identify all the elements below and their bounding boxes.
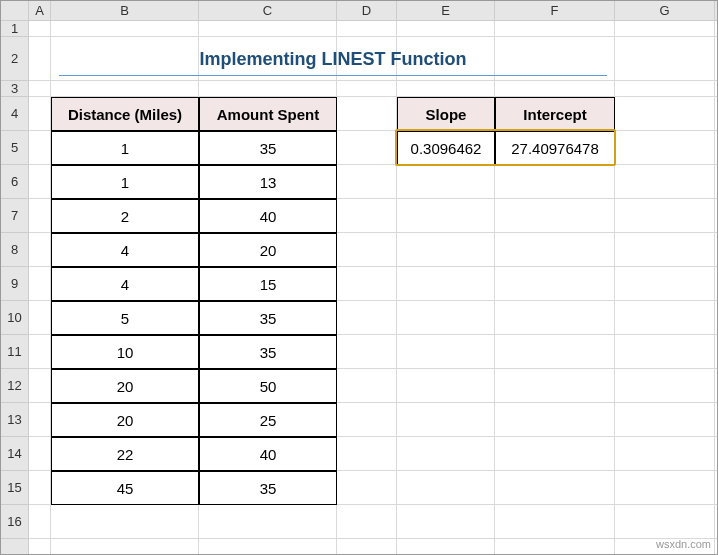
cell-amount-9[interactable]: 15	[199, 267, 337, 301]
row-header-12[interactable]: 12	[1, 369, 28, 403]
row-header-1[interactable]: 1	[1, 21, 28, 37]
header-slope[interactable]: Slope	[397, 97, 495, 131]
column-headers: ABCDEFG	[29, 1, 717, 21]
cell-distance-15[interactable]: 45	[51, 471, 199, 505]
cell-amount-15[interactable]: 35	[199, 471, 337, 505]
col-header-F[interactable]: F	[495, 1, 615, 20]
value-intercept[interactable]: 27.40976478	[495, 131, 615, 165]
row-header-11[interactable]: 11	[1, 335, 28, 369]
col-header-E[interactable]: E	[397, 1, 495, 20]
title-underline	[59, 75, 607, 76]
row-header-8[interactable]: 8	[1, 233, 28, 267]
row-header-10[interactable]: 10	[1, 301, 28, 335]
row-header-2[interactable]: 2	[1, 37, 28, 81]
col-header-C[interactable]: C	[199, 1, 337, 20]
cell-amount-14[interactable]: 40	[199, 437, 337, 471]
col-header-G[interactable]: G	[615, 1, 715, 20]
cell-distance-11[interactable]: 10	[51, 335, 199, 369]
cell-amount-11[interactable]: 35	[199, 335, 337, 369]
row-header-5[interactable]: 5	[1, 131, 28, 165]
cell-distance-6[interactable]: 1	[51, 165, 199, 199]
cell-amount-10[interactable]: 35	[199, 301, 337, 335]
cell-amount-12[interactable]: 50	[199, 369, 337, 403]
row-header-6[interactable]: 6	[1, 165, 28, 199]
cell-amount-7[interactable]: 40	[199, 199, 337, 233]
row-headers: 12345678910111213141516	[1, 21, 29, 554]
grid-area[interactable]: Implementing LINEST Function Distance (M…	[29, 21, 717, 554]
select-all-corner[interactable]	[1, 1, 29, 21]
row-header-4[interactable]: 4	[1, 97, 28, 131]
row-header-7[interactable]: 7	[1, 199, 28, 233]
header-distance[interactable]: Distance (Miles)	[51, 97, 199, 131]
row-header-3[interactable]: 3	[1, 81, 28, 97]
col-header-A[interactable]: A	[29, 1, 51, 20]
cell-distance-12[interactable]: 20	[51, 369, 199, 403]
cell-distance-7[interactable]: 2	[51, 199, 199, 233]
cell-amount-13[interactable]: 25	[199, 403, 337, 437]
cell-amount-6[interactable]: 13	[199, 165, 337, 199]
row-header-16[interactable]: 16	[1, 505, 28, 539]
row-header-13[interactable]: 13	[1, 403, 28, 437]
col-header-D[interactable]: D	[337, 1, 397, 20]
row-header-14[interactable]: 14	[1, 437, 28, 471]
row-header-15[interactable]: 15	[1, 471, 28, 505]
header-intercept[interactable]: Intercept	[495, 97, 615, 131]
cell-distance-14[interactable]: 22	[51, 437, 199, 471]
col-header-B[interactable]: B	[51, 1, 199, 20]
cell-amount-5[interactable]: 35	[199, 131, 337, 165]
watermark: wsxdn.com	[656, 538, 711, 550]
spreadsheet: ABCDEFG 12345678910111213141516 Implemen…	[0, 0, 718, 555]
cell-distance-5[interactable]: 1	[51, 131, 199, 165]
cell-distance-9[interactable]: 4	[51, 267, 199, 301]
cell-amount-8[interactable]: 20	[199, 233, 337, 267]
cell-distance-13[interactable]: 20	[51, 403, 199, 437]
cell-distance-8[interactable]: 4	[51, 233, 199, 267]
value-slope[interactable]: 0.3096462	[397, 131, 495, 165]
cell-distance-10[interactable]: 5	[51, 301, 199, 335]
row-header-9[interactable]: 9	[1, 267, 28, 301]
header-amount[interactable]: Amount Spent	[199, 97, 337, 131]
